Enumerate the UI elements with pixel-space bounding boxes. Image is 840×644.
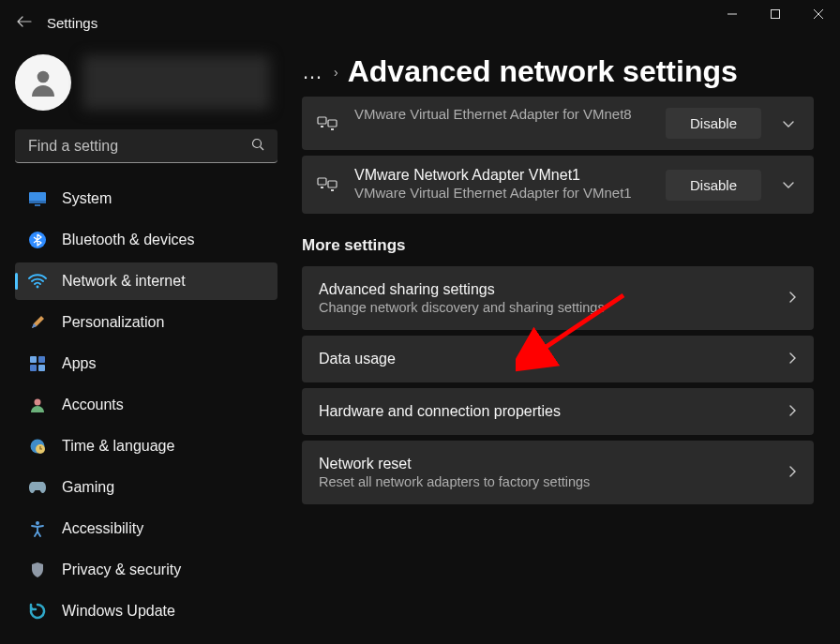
adapter-name: VMware Network Adapter VMnet1 — [354, 167, 649, 184]
sidebar-item-accessibility[interactable]: Accessibility — [15, 510, 278, 547]
chevron-right-icon — [789, 404, 797, 419]
chevron-right-icon — [789, 352, 797, 367]
disable-button[interactable]: Disable — [666, 170, 761, 201]
sidebar-item-apps[interactable]: Apps — [15, 345, 278, 382]
svg-line-4 — [261, 147, 264, 151]
svg-rect-12 — [30, 365, 37, 371]
svg-point-14 — [35, 399, 41, 406]
globe-clock-icon — [28, 437, 47, 456]
sidebar-item-network[interactable]: Network & internet — [15, 262, 278, 300]
ethernet-icon — [317, 113, 338, 134]
setting-advanced-sharing[interactable]: Advanced sharing settings Change network… — [302, 266, 814, 330]
svg-rect-24 — [321, 187, 323, 188]
setting-name: Data usage — [319, 351, 778, 367]
svg-rect-25 — [331, 189, 334, 191]
search-input[interactable] — [15, 129, 278, 163]
sidebar-item-privacy[interactable]: Privacy & security — [15, 551, 278, 589]
sidebar-item-time[interactable]: Time & language — [15, 427, 278, 465]
monitor-icon — [28, 189, 47, 208]
breadcrumb-ellipsis[interactable]: … — [302, 60, 324, 84]
setting-network-reset[interactable]: Network reset Reset all network adapters… — [302, 441, 814, 504]
chevron-down-icon[interactable] — [778, 176, 799, 193]
sidebar-item-gaming[interactable]: Gaming — [15, 469, 278, 506]
network-adapter-item[interactable]: VMware Network Adapter VMnet8 VMware Vir… — [302, 97, 814, 150]
chevron-right-icon — [789, 465, 797, 480]
chevron-right-icon: › — [334, 65, 338, 80]
sidebar-item-label: Bluetooth & devices — [62, 232, 194, 248]
profile-name-redacted — [82, 55, 270, 110]
sidebar: System Bluetooth & devices Network & int… — [0, 45, 291, 644]
profile[interactable] — [15, 52, 278, 112]
sidebar-item-update[interactable]: Windows Update — [15, 592, 278, 630]
maximize-button[interactable] — [754, 0, 797, 28]
close-button[interactable] — [797, 0, 840, 28]
svg-rect-1 — [772, 10, 780, 19]
sidebar-item-accounts[interactable]: Accounts — [15, 386, 278, 424]
setting-name: Hardware and connection properties — [319, 403, 778, 420]
back-icon[interactable] — [17, 15, 32, 30]
avatar — [15, 54, 71, 111]
setting-hardware-connection[interactable]: Hardware and connection properties — [302, 388, 814, 435]
setting-desc: Reset all network adapters to factory se… — [319, 474, 778, 489]
nav: System Bluetooth & devices Network & int… — [15, 180, 278, 630]
app-title: Settings — [47, 15, 98, 31]
brush-icon — [28, 313, 47, 332]
breadcrumb: … › Advanced network settings — [302, 54, 814, 89]
svg-point-2 — [38, 71, 50, 83]
svg-point-3 — [253, 140, 262, 148]
window-controls — [711, 0, 840, 28]
more-settings-heading: More settings — [302, 236, 814, 255]
sidebar-item-label: Gaming — [62, 479, 114, 496]
update-icon — [28, 602, 47, 621]
main-content: … › Advanced network settings VMware Net… — [291, 45, 840, 644]
svg-rect-23 — [328, 181, 337, 187]
sidebar-item-label: Apps — [62, 355, 96, 372]
sidebar-item-bluetooth[interactable]: Bluetooth & devices — [15, 221, 278, 259]
sidebar-item-label: Accounts — [62, 397, 124, 413]
sidebar-item-label: Accessibility — [62, 520, 143, 537]
sidebar-item-label: Time & language — [62, 438, 174, 455]
sidebar-item-personalization[interactable]: Personalization — [15, 304, 278, 341]
svg-rect-11 — [38, 356, 45, 363]
search-icon — [251, 138, 264, 154]
setting-name: Advanced sharing settings — [319, 281, 778, 298]
sidebar-item-label: Network & internet — [62, 273, 186, 290]
search-field[interactable] — [28, 138, 251, 155]
svg-rect-6 — [29, 201, 46, 203]
adapter-desc: VMware Virtual Ethernet Adapter for VMne… — [354, 184, 649, 202]
svg-point-17 — [36, 521, 39, 525]
sidebar-item-label: System — [62, 190, 112, 207]
svg-rect-20 — [321, 126, 323, 127]
bluetooth-icon — [28, 231, 47, 249]
sidebar-item-label: Windows Update — [62, 603, 175, 620]
network-adapter-item[interactable]: VMware Network Adapter VMnet1 VMware Vir… — [302, 156, 814, 214]
svg-rect-7 — [35, 204, 40, 206]
svg-rect-10 — [30, 356, 37, 363]
adapter-desc: VMware Virtual Ethernet Adapter for VMne… — [354, 105, 649, 124]
titlebar: Settings — [0, 0, 840, 45]
gamepad-icon — [28, 478, 47, 497]
svg-point-9 — [37, 286, 39, 289]
svg-rect-18 — [318, 117, 326, 124]
svg-rect-19 — [328, 120, 337, 127]
sidebar-item-label: Privacy & security — [62, 562, 181, 578]
svg-rect-13 — [38, 365, 45, 371]
accessibility-icon — [28, 519, 47, 538]
apps-icon — [28, 354, 47, 373]
chevron-right-icon — [789, 291, 797, 306]
svg-rect-21 — [331, 128, 334, 130]
disable-button[interactable]: Disable — [666, 108, 761, 139]
sidebar-item-label: Personalization — [62, 314, 164, 331]
wifi-icon — [28, 272, 47, 291]
user-icon — [28, 396, 47, 414]
setting-name: Network reset — [319, 456, 778, 472]
sidebar-item-system[interactable]: System — [15, 180, 278, 217]
shield-icon — [28, 561, 47, 579]
chevron-down-icon[interactable] — [778, 115, 799, 132]
setting-data-usage[interactable]: Data usage — [302, 336, 814, 382]
minimize-button[interactable] — [711, 0, 754, 28]
page-title: Advanced network settings — [348, 54, 738, 89]
ethernet-icon — [317, 174, 338, 195]
svg-rect-22 — [318, 178, 326, 185]
setting-desc: Change network discovery and sharing set… — [319, 300, 778, 315]
